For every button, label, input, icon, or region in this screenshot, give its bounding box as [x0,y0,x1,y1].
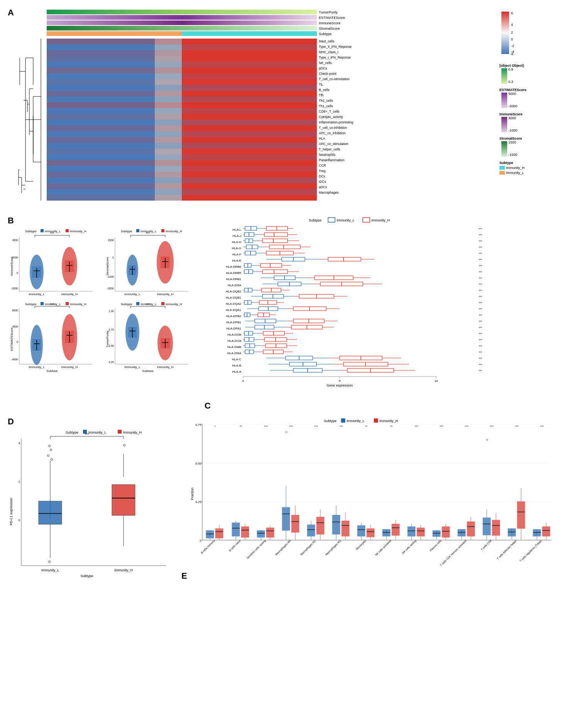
svg-rect-48 [47,137,317,143]
svg-rect-485 [39,501,62,524]
svg-text:Subtype: Subtype [46,296,58,297]
svg-rect-41 [47,96,317,102]
svg-text:Gene expression: Gene expression [327,383,353,387]
panel-d-label: D [8,417,14,426]
ann-label-stromal: StromalScore [319,27,340,30]
svg-text:NK_cells: NK_cells [319,61,332,65]
svg-text:4: 4 [19,441,20,445]
svg-text:Immunity_L: Immunity_L [29,365,45,369]
svg-rect-558 [282,507,290,530]
svg-rect-102 [501,117,507,132]
svg-rect-52 [47,160,317,166]
svg-text:***: *** [490,425,493,428]
svg-text:2: 2 [511,30,513,34]
svg-rect-58 [47,195,317,201]
svg-text:B cells memory: B cells memory [200,539,216,554]
svg-text:***: *** [479,246,482,249]
hla-plot-area: 0 5 10 Gene expression [242,226,482,387]
svg-rect-623 [483,518,491,535]
svg-rect-502 [341,419,345,422]
svg-text:Th2_cells: Th2_cells [319,99,333,103]
panel-b-plots: Subtype Immunity_L Immunity_H ImmuneScor… [8,226,201,375]
svg-text:Immunity_H: Immunity_H [114,568,133,572]
svg-text:10: 10 [435,379,438,383]
heatmap-main [47,39,317,201]
ann-label-tumor: TumorPurity [319,10,338,14]
panels-bc-row: B Subtype Immunity_L Immunity_H ImmuneSc… [8,216,559,411]
svg-rect-583 [357,525,365,536]
svg-rect-311 [261,263,282,267]
svg-text:***: *** [515,425,518,428]
svg-text:HLA-L: HLA-L [233,228,242,231]
svg-text:-6: -6 [510,52,513,56]
svg-text:-2000: -2000 [107,287,114,290]
svg-point-489 [50,449,52,451]
main-color-scale: 6 4 2 0 -2 -4 -6 [499,10,557,61]
svg-text:***: *** [479,320,482,323]
svg-rect-611 [442,527,450,537]
svg-text:-1000: -1000 [107,275,114,278]
stromal-score-legend: StromalScore 1500 -1500 [499,137,557,159]
svg-text:CCR: CCR [319,164,326,167]
svg-rect-57 [47,189,317,195]
heatmap-row-labels: Mast_cells Type_II_IFN_Reponse MHC_class… [319,39,354,194]
svg-text:Macrophages M0: Macrophages M0 [275,539,292,556]
svg-text:HLA-DPB1: HLA-DPB1 [226,321,242,324]
svg-text:Immunity_H: Immunity_H [61,365,78,369]
svg-text:HLA-C: HLA-C [232,358,241,361]
svg-point-565 [286,431,287,433]
svg-text:HLA-J: HLA-J [233,234,241,238]
svg-text:HLA-DMA: HLA-DMA [227,351,242,355]
svg-text:StromalScore: StromalScore [106,257,109,275]
immunity-l-color [499,171,505,175]
immune-score-legend: ImmuneScore 3000 -1000 [499,112,557,134]
svg-text:***: *** [540,425,543,428]
svg-text:T cells CD4 memory activated: T cells CD4 memory activated [440,539,467,567]
svg-text:HLA-DRB1: HLA-DRB1 [226,277,242,281]
tumor-purity-legend-title: [object Object] [499,64,557,68]
svg-text:Subtype: Subtype [309,218,322,222]
svg-text:ImmuneScore: ImmuneScore [10,257,14,276]
svg-rect-40 [47,91,317,96]
svg-rect-53 [47,166,317,172]
svg-text:0.50: 0.50 [196,462,202,465]
svg-text:0.50: 0.50 [108,345,114,347]
svg-rect-579 [342,521,349,536]
panel-e-label: E [181,571,187,581]
hla-y-axis: HLA-L HLA-J HLA-H HLA-G HLA-F HLA-E HLA-… [226,228,242,373]
svg-rect-284 [269,245,300,249]
svg-text:***: *** [314,425,318,428]
panel-e: E Subtype Immunity_L Immunity_H Fraction [181,417,559,590]
svg-text:***: *** [479,369,482,373]
svg-text:***: *** [479,252,482,255]
svg-rect-49 [47,143,317,149]
svg-rect-39 [47,85,317,91]
svg-text:0.3: 0.3 [508,80,513,84]
svg-text:PD-L1 expression: PD-L1 expression [9,498,13,525]
svg-rect-275 [262,239,288,243]
svg-text:HLA-DMB: HLA-DMB [227,345,241,349]
svg-text:Immunity_L: Immunity_L [41,568,59,572]
svg-text:***: *** [479,264,482,268]
svg-text:***: *** [50,231,54,235]
svg-text:5: 5 [339,379,341,383]
svg-text:Immunity_H: Immunity_H [70,302,86,306]
svg-text:aDCs: aDCs [319,185,327,189]
stromal-score-violin: Subtype Immunity_L Immunity_H StromalSco… [105,228,199,299]
svg-text:iDCs: iDCs [319,180,326,184]
svg-text:NK cells resting: NK cells resting [402,539,417,555]
svg-text:***: *** [479,351,482,354]
svg-text:Immunity_L: Immunity_L [347,419,365,423]
svg-rect-571 [317,517,324,534]
svg-rect-542 [232,523,240,536]
svg-rect-266 [264,233,288,236]
svg-text:***: *** [50,302,54,306]
svg-text:HLA-DRB6: HLA-DRB6 [226,265,242,269]
svg-text:Immunity_L: Immunity_L [337,218,355,222]
svg-text:-4000: -4000 [11,358,18,361]
svg-rect-587 [367,529,374,537]
subtype-legend-title: Subtype [499,161,557,165]
svg-rect-302 [328,257,361,261]
svg-rect-88 [501,12,509,54]
svg-rect-38 [47,79,317,85]
